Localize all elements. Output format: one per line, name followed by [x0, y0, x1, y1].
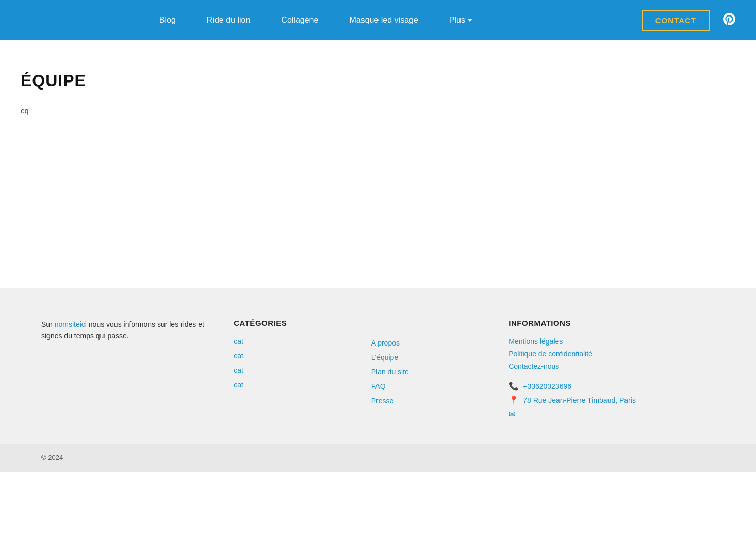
footer-categories-col: CATÉGORIES cat cat cat cat: [234, 319, 371, 423]
category-link-4[interactable]: cat: [234, 381, 243, 389]
list-item: FAQ: [371, 382, 509, 391]
about-text-before: Sur: [41, 320, 53, 329]
footer-bottom: © 2024: [0, 444, 756, 472]
link-contactez-nous[interactable]: Contactez-nous: [508, 362, 559, 370]
list-item: cat: [234, 380, 371, 389]
footer: Sur nomsiteici nous vous informons sur l…: [0, 288, 756, 472]
nav-plus-dropdown[interactable]: Plus: [449, 15, 472, 25]
phone-item: 📞 +33620023696: [508, 381, 715, 391]
footer-about-text: Sur nomsiteici nous vous informons sur l…: [41, 319, 213, 342]
list-item: Presse: [371, 396, 509, 405]
footer-links-col: A propos L'équipe Plan du site FAQ Press…: [371, 319, 509, 423]
list-item: L'équipe: [371, 353, 509, 362]
phone-icon: 📞: [508, 381, 519, 391]
footer-about-col: Sur nomsiteici nous vous informons sur l…: [41, 319, 234, 423]
nav-masque-led-visage[interactable]: Masque led visage: [349, 15, 418, 25]
main-content: ÉQUIPE eq: [0, 40, 756, 288]
list-item: Plan du site: [371, 367, 509, 376]
link-presse[interactable]: Presse: [371, 397, 394, 405]
nav-blog[interactable]: Blog: [159, 15, 176, 25]
list-item: cat: [234, 366, 371, 375]
category-link-3[interactable]: cat: [234, 366, 243, 374]
nav-right: CONTACT: [642, 10, 735, 31]
copyright-text: © 2024: [41, 454, 63, 462]
nav-links: Blog Ride du lion Collagène Masque led v…: [21, 15, 611, 25]
address-text: 78 Rue Jean-Pierre Timbaud, Paris: [523, 396, 636, 404]
link-a-propos[interactable]: A propos: [371, 339, 400, 347]
page-title: ÉQUIPE: [21, 71, 735, 90]
list-item: cat: [234, 351, 371, 360]
category-link-2[interactable]: cat: [234, 352, 243, 360]
info-heading: INFORMATIONS: [508, 319, 715, 327]
link-faq[interactable]: FAQ: [371, 382, 386, 390]
category-link-1[interactable]: cat: [234, 337, 243, 346]
categories-heading: CATÉGORIES: [234, 319, 371, 327]
chevron-down-icon: [467, 19, 472, 22]
main-nav: Blog Ride du lion Collagène Masque led v…: [0, 0, 756, 40]
location-icon: 📍: [508, 395, 519, 405]
envelope-icon: ✉: [508, 409, 515, 419]
contact-details-list: 📞 +33620023696 📍 78 Rue Jean-Pierre Timb…: [508, 381, 715, 419]
contact-button[interactable]: CONTACT: [642, 10, 710, 31]
link-plan-site[interactable]: Plan du site: [371, 368, 409, 376]
list-item: A propos: [371, 338, 509, 348]
nav-plus-label: Plus: [449, 15, 465, 25]
address-item: 📍 78 Rue Jean-Pierre Timbaud, Paris: [508, 395, 715, 405]
phone-number: +33620023696: [523, 382, 571, 390]
list-item: Politique de confidentialité: [508, 349, 715, 358]
about-site-name[interactable]: nomsiteici: [55, 320, 87, 329]
pinterest-icon[interactable]: [723, 13, 735, 28]
nav-ride-du-lion[interactable]: Ride du lion: [207, 15, 251, 25]
footer-top: Sur nomsiteici nous vous informons sur l…: [41, 319, 715, 444]
footer-info-col: INFORMATIONS Mentions légales Politique …: [508, 319, 715, 423]
link-mentions-legales[interactable]: Mentions légales: [508, 337, 563, 346]
info-links-list: Mentions légales Politique de confidenti…: [508, 337, 715, 371]
page-body-text: eq: [21, 107, 735, 115]
envelope-item: ✉: [508, 409, 715, 419]
link-equipe[interactable]: L'équipe: [371, 353, 399, 362]
list-item: cat: [234, 337, 371, 346]
nav-collagene[interactable]: Collagène: [281, 15, 318, 25]
list-item: Mentions légales: [508, 337, 715, 346]
link-confidentialite[interactable]: Politique de confidentialité: [508, 350, 593, 358]
list-item: Contactez-nous: [508, 362, 715, 371]
categories-list: cat cat cat cat: [234, 337, 371, 389]
footer-links-list: A propos L'équipe Plan du site FAQ Press…: [371, 338, 509, 405]
